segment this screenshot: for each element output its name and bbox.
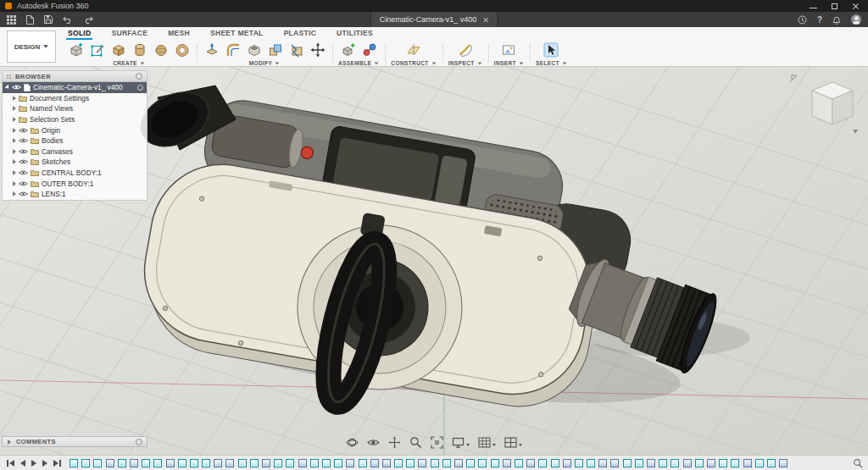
group-label-inspect[interactable]: INSPECT bbox=[448, 60, 482, 66]
minimize-icon[interactable] bbox=[810, 3, 817, 10]
browser-row[interactable]: Document Settings bbox=[3, 93, 147, 104]
document-tab[interactable]: Cinematic-Camera-v1_ v400 bbox=[370, 12, 498, 27]
timeline-feature-icon[interactable] bbox=[70, 459, 78, 467]
timeline-feature-icon[interactable] bbox=[587, 459, 595, 467]
timeline-feature-icon[interactable] bbox=[359, 459, 367, 467]
visibility-eye-icon[interactable] bbox=[19, 191, 28, 197]
job-status-icon[interactable] bbox=[798, 15, 807, 25]
combine-icon[interactable] bbox=[266, 41, 284, 58]
timeline-feature-icon[interactable] bbox=[647, 459, 655, 467]
timeline-feature-icon[interactable] bbox=[274, 459, 282, 467]
timeline-feature-icon[interactable] bbox=[178, 459, 186, 467]
press-pull-icon[interactable] bbox=[203, 41, 220, 58]
timeline-step-back-button[interactable] bbox=[19, 460, 27, 467]
timeline-feature-icon[interactable] bbox=[623, 459, 632, 467]
insert-canvas-icon[interactable] bbox=[500, 41, 518, 58]
browser-row[interactable]: CENTRAL BODY:1 bbox=[3, 168, 147, 179]
workspace-switcher[interactable]: DESIGN bbox=[7, 30, 56, 63]
viewports-icon[interactable] bbox=[504, 437, 522, 448]
torus-primitive-icon[interactable] bbox=[173, 41, 191, 58]
expand-icon[interactable] bbox=[8, 440, 11, 445]
timeline-feature-icon[interactable] bbox=[707, 459, 715, 467]
timeline-feature-icon[interactable] bbox=[575, 459, 583, 467]
timeline-feature-icon[interactable] bbox=[731, 459, 739, 467]
timeline-feature-icon[interactable] bbox=[93, 459, 102, 467]
browser-row[interactable]: Canvases bbox=[3, 147, 147, 158]
tree-caret-icon[interactable] bbox=[13, 159, 16, 164]
timeline-feature-icon[interactable] bbox=[106, 459, 114, 467]
ribbon-tab[interactable]: SURFACE bbox=[109, 29, 149, 40]
split-body-icon[interactable] bbox=[287, 41, 305, 58]
timeline-feature-icon[interactable] bbox=[202, 459, 210, 467]
tree-caret-icon[interactable] bbox=[4, 85, 10, 91]
group-label-modify[interactable]: MODIFY bbox=[249, 60, 281, 66]
timeline-feature-icon[interactable] bbox=[262, 459, 270, 467]
group-label-create[interactable]: CREATE bbox=[113, 60, 145, 66]
timeline-feature-icon[interactable] bbox=[322, 459, 331, 467]
move-copy-icon[interactable] bbox=[309, 41, 326, 58]
timeline-feature-icon[interactable] bbox=[153, 459, 162, 467]
timeline-feature-icon[interactable] bbox=[779, 459, 787, 467]
data-panel-toggle-icon[interactable] bbox=[7, 15, 16, 25]
timeline-feature-icon[interactable] bbox=[454, 459, 463, 467]
profile-avatar[interactable] bbox=[851, 14, 861, 25]
group-label-assemble[interactable]: ASSEMBLE bbox=[338, 60, 379, 66]
timeline-feature-icon[interactable] bbox=[598, 459, 607, 467]
help-icon[interactable]: ? bbox=[817, 15, 822, 25]
visibility-eye-icon[interactable] bbox=[19, 127, 28, 134]
visibility-eye-icon[interactable] bbox=[19, 169, 28, 176]
timeline-feature-icon[interactable] bbox=[695, 459, 704, 467]
fillet-icon[interactable] bbox=[224, 41, 242, 58]
tree-caret-icon[interactable] bbox=[13, 128, 16, 133]
timeline-feature-icon[interactable] bbox=[767, 459, 776, 467]
timeline-feature-icon[interactable] bbox=[551, 459, 559, 467]
close-icon[interactable] bbox=[852, 3, 860, 10]
tree-caret-icon[interactable] bbox=[13, 96, 16, 101]
tree-caret-icon[interactable] bbox=[13, 149, 16, 154]
browser-root-row[interactable]: Cinematic-Camera-v1_ v400 bbox=[3, 82, 147, 93]
timeline-skip-start-button[interactable] bbox=[5, 460, 16, 467]
timeline-feature-icon[interactable] bbox=[310, 459, 319, 467]
ribbon-tab[interactable]: PLASTIC bbox=[282, 29, 318, 40]
tree-caret-icon[interactable] bbox=[13, 181, 16, 186]
construction-plane-icon[interactable] bbox=[405, 41, 423, 58]
sphere-primitive-icon[interactable] bbox=[152, 41, 170, 58]
browser-row[interactable]: Sketches bbox=[3, 157, 147, 168]
timeline-step-forward-button[interactable] bbox=[41, 460, 49, 467]
timeline-feature-icon[interactable] bbox=[250, 459, 259, 467]
ribbon-tab[interactable]: SOLID bbox=[66, 29, 92, 40]
group-label-insert[interactable]: INSERT bbox=[494, 60, 524, 66]
create-solid-icon[interactable] bbox=[67, 41, 85, 58]
create-sketch-icon[interactable] bbox=[88, 41, 106, 58]
tree-caret-icon[interactable] bbox=[13, 191, 16, 196]
timeline-feature-icon[interactable] bbox=[442, 459, 451, 467]
timeline-feature-icon[interactable] bbox=[238, 459, 247, 467]
zoom-icon[interactable] bbox=[409, 436, 422, 449]
timeline-feature-icon[interactable] bbox=[563, 459, 571, 467]
cylinder-primitive-icon[interactable] bbox=[131, 41, 148, 58]
comments-sync-icon[interactable] bbox=[136, 439, 142, 445]
browser-row[interactable]: Origin bbox=[3, 124, 147, 135]
file-menu-icon[interactable] bbox=[26, 15, 34, 25]
visibility-eye-icon[interactable] bbox=[19, 137, 28, 144]
group-label-select[interactable]: SELECT bbox=[536, 60, 567, 66]
tree-caret-icon[interactable] bbox=[13, 138, 16, 143]
ribbon-tab[interactable]: SHEET METAL bbox=[209, 29, 265, 40]
timeline-feature-icon[interactable] bbox=[298, 459, 307, 467]
tree-caret-icon[interactable] bbox=[13, 117, 16, 122]
timeline-feature-icon[interactable] bbox=[478, 459, 487, 467]
timeline-feature-icon[interactable] bbox=[491, 459, 499, 467]
redo-icon[interactable] bbox=[83, 15, 93, 24]
timeline-feature-icon[interactable] bbox=[214, 459, 222, 467]
timeline-feature-icon[interactable] bbox=[334, 459, 342, 467]
timeline-feature-icon[interactable] bbox=[394, 459, 403, 467]
timeline-feature-icon[interactable] bbox=[418, 459, 426, 467]
grid-snaps-icon[interactable] bbox=[478, 437, 496, 448]
visibility-eye-icon[interactable] bbox=[19, 158, 28, 165]
visibility-eye-icon[interactable] bbox=[19, 148, 28, 155]
ribbon-tab[interactable]: UTILITIES bbox=[335, 29, 375, 40]
timeline-feature-icon[interactable] bbox=[130, 459, 138, 467]
browser-row[interactable]: LENS:1 bbox=[3, 189, 147, 200]
timeline-feature-icon[interactable] bbox=[431, 459, 439, 467]
view-cube[interactable] bbox=[787, 70, 861, 140]
